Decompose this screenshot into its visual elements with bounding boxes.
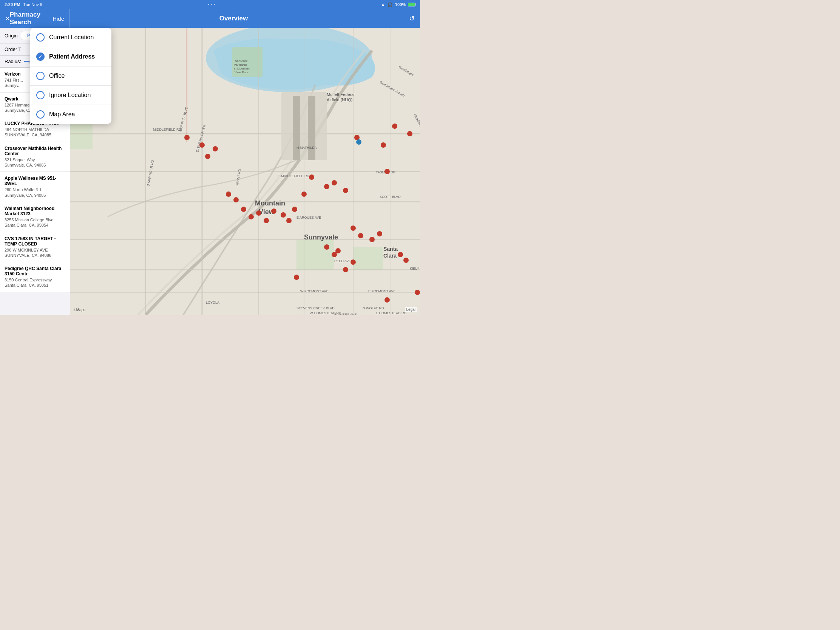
dropdown-item-map-area[interactable]: Map Area bbox=[30, 105, 111, 124]
svg-text:E ARQUES AVE: E ARQUES AVE bbox=[297, 216, 321, 219]
svg-rect-19 bbox=[293, 96, 300, 160]
radio-map-area bbox=[36, 110, 44, 118]
svg-point-61 bbox=[234, 197, 239, 202]
svg-point-63 bbox=[248, 214, 254, 219]
pharmacy-name: Apple Wellness MS 951-3WEL bbox=[5, 175, 65, 186]
svg-point-85 bbox=[403, 257, 409, 263]
list-item[interactable]: Apple Wellness MS 951-3WEL 280 North Wol… bbox=[0, 172, 70, 202]
origin-dropdown[interactable]: Current Location ✓ Patient Address Offic… bbox=[30, 28, 111, 124]
pharmacy-name: Crossover Mathilda Health Center bbox=[5, 146, 65, 156]
svg-point-74 bbox=[343, 188, 348, 193]
svg-rect-20 bbox=[308, 96, 315, 160]
svg-point-59 bbox=[205, 154, 210, 159]
svg-text:REED AVE: REED AVE bbox=[334, 259, 351, 263]
svg-point-77 bbox=[369, 237, 375, 242]
svg-text:Santa: Santa bbox=[384, 246, 398, 252]
close-button[interactable]: × bbox=[5, 14, 10, 23]
svg-rect-5 bbox=[353, 247, 384, 270]
radio-patient-address: ✓ bbox=[36, 52, 44, 61]
pharmacy-name: Pedigree QHC Santa Clara 3150 Centr bbox=[5, 266, 65, 276]
pharmacy-address: 298 W MCKINLEY AVE SUNNYVALE, CA, 94086 bbox=[5, 247, 65, 258]
dropdown-item-current-location[interactable]: Current Location bbox=[30, 28, 111, 47]
list-item[interactable]: CVS 17583 IN TARGET - TEMP CLOSED 298 W … bbox=[0, 232, 70, 262]
svg-text:Clara: Clara bbox=[384, 253, 396, 259]
dropdown-item-patient-address[interactable]: ✓ Patient Address bbox=[30, 47, 111, 66]
status-center bbox=[208, 4, 215, 5]
pharmacy-name: Walmart Neighborhood Market 3123 bbox=[5, 206, 65, 216]
svg-text:W HOMESTEAD RD: W HOMESTEAD RD bbox=[310, 311, 341, 315]
pharmacy-address: 3150 Central Expressway Santa Clara, CA,… bbox=[5, 277, 65, 288]
svg-point-67 bbox=[281, 212, 286, 218]
svg-text:N MATHILDA: N MATHILDA bbox=[297, 146, 317, 150]
map-svg: Mountain View Sunnyvale Santa Clara NORT… bbox=[70, 28, 420, 315]
svg-rect-18 bbox=[281, 92, 327, 160]
battery-fill bbox=[408, 3, 415, 6]
svg-point-88 bbox=[332, 252, 337, 257]
svg-point-75 bbox=[351, 226, 356, 231]
svg-point-64 bbox=[256, 210, 261, 216]
apple-maps-label:  Maps bbox=[74, 308, 85, 312]
pharmacy-address: 280 North Wolfe Rd Sunnyvale, CA, 94085 bbox=[5, 187, 65, 198]
svg-point-82 bbox=[407, 131, 412, 136]
pharmacy-name: CVS 17583 IN TARGET - TEMP CLOSED bbox=[5, 236, 65, 246]
svg-text:E FREMONT AVE: E FREMONT AVE bbox=[368, 289, 395, 293]
list-item[interactable]: Pedigree QHC Santa Clara 3150 Centr 3150… bbox=[0, 262, 70, 292]
dropdown-label-map-area: Map Area bbox=[49, 111, 75, 118]
svg-point-79 bbox=[354, 135, 360, 140]
pharmacy-search-title: Pharmacy Search bbox=[10, 11, 52, 26]
origin-label: Origin bbox=[5, 33, 18, 38]
svg-text:Parklands: Parklands bbox=[234, 63, 247, 66]
list-item[interactable]: Walmart Neighborhood Market 3123 3255 Mi… bbox=[0, 202, 70, 232]
refresh-icon[interactable]: ↺ bbox=[409, 14, 415, 23]
status-time: 2:20 PM bbox=[5, 2, 21, 7]
svg-point-78 bbox=[377, 231, 382, 237]
radius-label: Radius: bbox=[5, 58, 21, 64]
pharmacy-address: 484 NORTH MATHILDA SUNNYVALE, CA, 94085 bbox=[5, 127, 65, 138]
svg-point-87 bbox=[324, 245, 329, 249]
svg-point-66 bbox=[271, 208, 276, 214]
dot-2 bbox=[211, 4, 212, 5]
svg-point-84 bbox=[398, 252, 403, 257]
svg-point-90 bbox=[343, 267, 348, 272]
svg-point-69 bbox=[292, 207, 297, 212]
svg-point-65 bbox=[264, 218, 269, 223]
svg-text:N WOLFE RD: N WOLFE RD bbox=[363, 306, 384, 310]
dropdown-label-office: Office bbox=[49, 73, 65, 79]
svg-point-62 bbox=[241, 207, 246, 212]
svg-text:KIELY BLVD: KIELY BLVD bbox=[410, 267, 420, 270]
apple-logo-icon:  bbox=[74, 308, 75, 312]
svg-point-91 bbox=[351, 259, 356, 265]
status-bar: 2:20 PM Tue Nov 9 ▲ 🎧 100% bbox=[0, 0, 420, 9]
hide-button[interactable]: Hide bbox=[52, 16, 64, 22]
map-area[interactable]: Mountain View Sunnyvale Santa Clara NORT… bbox=[70, 28, 420, 315]
legal-label[interactable]: Legal bbox=[405, 307, 417, 312]
svg-text:STEVENS CREEK BLVD: STEVENS CREEK BLVD bbox=[297, 306, 335, 310]
svg-text:E HOMESTEAD RD: E HOMESTEAD RD bbox=[376, 311, 407, 315]
svg-point-73 bbox=[332, 180, 337, 185]
svg-text:E-MIDDLEFIELD RD: E-MIDDLEFIELD RD bbox=[278, 174, 310, 178]
svg-point-93 bbox=[415, 290, 420, 295]
svg-text:SCOTT BLVD: SCOTT BLVD bbox=[380, 195, 401, 199]
headphone-icon: 🎧 bbox=[387, 2, 393, 7]
svg-point-83 bbox=[385, 169, 390, 174]
svg-point-57 bbox=[199, 142, 205, 148]
maps-text: Maps bbox=[76, 308, 85, 312]
battery-icon bbox=[408, 3, 415, 6]
dropdown-label-current-location: Current Location bbox=[49, 34, 94, 41]
radio-ignore-location bbox=[36, 91, 44, 99]
dropdown-item-office[interactable]: Office bbox=[30, 66, 111, 86]
svg-rect-4 bbox=[297, 240, 334, 270]
dropdown-item-ignore-location[interactable]: Ignore Location bbox=[30, 86, 111, 105]
svg-point-70 bbox=[302, 191, 307, 197]
svg-text:View Park: View Park bbox=[235, 71, 248, 74]
list-item[interactable]: Crossover Mathilda Health Center 321 Soq… bbox=[0, 142, 70, 172]
pharmacy-address: 3255 Mission College Blvd Santa Clara, C… bbox=[5, 217, 65, 228]
order-type-label: Order T bbox=[5, 46, 22, 52]
svg-point-76 bbox=[358, 233, 363, 238]
radio-current-location bbox=[36, 33, 44, 41]
header-right: ↺ bbox=[397, 14, 420, 23]
svg-point-89 bbox=[335, 248, 341, 253]
svg-point-92 bbox=[385, 297, 390, 303]
svg-point-58 bbox=[213, 146, 218, 152]
svg-point-80 bbox=[381, 142, 386, 148]
